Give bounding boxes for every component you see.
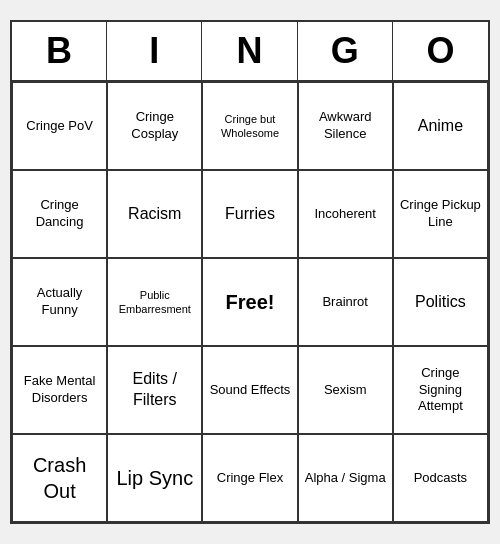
bingo-cell: Lip Sync	[107, 434, 202, 522]
bingo-cell: Fake Mental Disorders	[12, 346, 107, 434]
bingo-cell: Racism	[107, 170, 202, 258]
bingo-grid: Cringe PoVCringe CosplayCringe but Whole…	[12, 82, 488, 522]
header-letter: O	[393, 22, 488, 80]
bingo-cell: Incoherent	[298, 170, 393, 258]
header-letter: I	[107, 22, 202, 80]
bingo-cell: Awkward Silence	[298, 82, 393, 170]
bingo-cell: Cringe Flex	[202, 434, 297, 522]
bingo-cell: Cringe Dancing	[12, 170, 107, 258]
bingo-cell: Alpha / Sigma	[298, 434, 393, 522]
bingo-cell: Furries	[202, 170, 297, 258]
bingo-cell: Politics	[393, 258, 488, 346]
header-letter: N	[202, 22, 297, 80]
bingo-cell: Cringe Signing Attempt	[393, 346, 488, 434]
bingo-cell: Edits / Filters	[107, 346, 202, 434]
bingo-cell: Free!	[202, 258, 297, 346]
bingo-cell: Actually Funny	[12, 258, 107, 346]
bingo-cell: Cringe but Wholesome	[202, 82, 297, 170]
bingo-cell: Crash Out	[12, 434, 107, 522]
header-letter: B	[12, 22, 107, 80]
bingo-cell: Sexism	[298, 346, 393, 434]
bingo-cell: Cringe Cosplay	[107, 82, 202, 170]
bingo-cell: Cringe PoV	[12, 82, 107, 170]
bingo-cell: Sound Effects	[202, 346, 297, 434]
header-letter: G	[298, 22, 393, 80]
bingo-card: BINGO Cringe PoVCringe CosplayCringe but…	[10, 20, 490, 524]
bingo-cell: Public Embarresment	[107, 258, 202, 346]
bingo-header: BINGO	[12, 22, 488, 82]
bingo-cell: Brainrot	[298, 258, 393, 346]
bingo-cell: Cringe Pickup Line	[393, 170, 488, 258]
bingo-cell: Anime	[393, 82, 488, 170]
bingo-cell: Podcasts	[393, 434, 488, 522]
